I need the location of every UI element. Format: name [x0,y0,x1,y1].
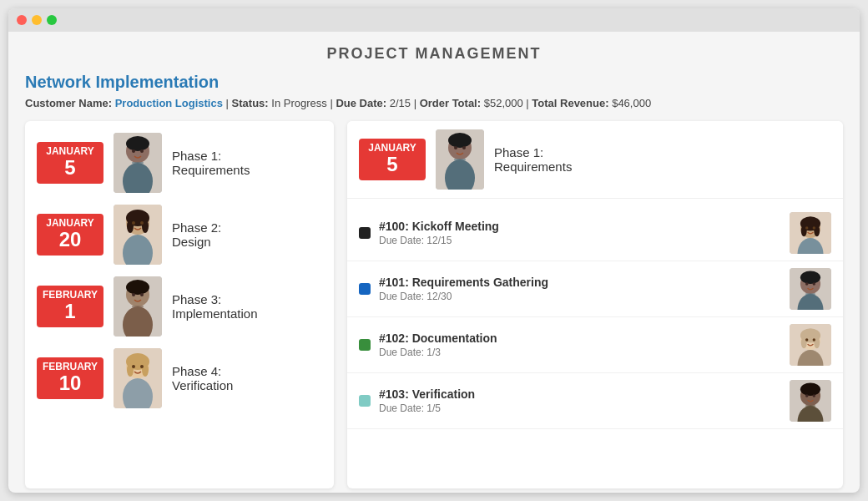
phase-name-1: Phase 1: Requirements [172,149,250,177]
task-color-102 [359,339,371,351]
task-due-102: Due Date: 1/3 [379,347,781,358]
selected-phase-name: Phase 1: Requirements [494,145,572,174]
order-total-value: $52,000 [484,97,523,109]
svg-point-29 [140,365,144,368]
task-title-101: #101: Requirements Gathering [379,276,781,289]
svg-point-25 [127,363,134,377]
selected-phase-badge: January 5 [359,139,426,180]
svg-point-58 [805,338,808,341]
phase-row-1[interactable]: January 5 Phase 1: Requirements [37,133,322,193]
task-title-103: #103: Verification [379,387,781,401]
svg-point-2 [126,136,149,151]
due-date-value: 2/15 [390,97,411,109]
main-content: PROJECT MANAGEMENT Network Implementatio… [8,32,860,493]
phase-name-2: Phase 2: Design [172,220,221,249]
title-bar [8,8,860,32]
task-color-103 [359,395,371,407]
phase-row-3[interactable]: February 1 Phase 3: Implementation [37,276,322,337]
task-item-101[interactable]: #101: Requirements Gathering Due Date: 1… [347,261,843,317]
svg-point-50 [813,282,815,285]
svg-point-35 [462,146,466,149]
app-window: PROJECT MANAGEMENT Network Implementatio… [8,8,860,493]
due-date-label: Due Date: [336,97,386,109]
svg-point-11 [142,220,149,233]
phase-avatar-2 [114,205,162,265]
phase-month-3: February [37,289,103,301]
project-title: Network Implementation [25,73,843,92]
customer-name[interactable]: Production Logistics [115,97,223,109]
task-info-103: #103: Verification Due Date: 1/5 [379,387,781,414]
minimize-button[interactable] [32,15,42,25]
phase-month-2: January [37,217,103,229]
task-avatar-103 [790,380,831,422]
status-value: In Progress [271,97,326,109]
separator1: | [226,97,232,109]
phase-month-1: January [37,145,103,157]
order-total-label: Order Total: [420,97,481,109]
svg-point-65 [813,394,815,397]
phase-avatar-1 [114,133,162,193]
task-due-101: Due Date: 12/30 [379,291,781,302]
phase-day-2: 20 [37,229,103,250]
maximize-button[interactable] [47,15,57,25]
svg-point-47 [800,271,820,284]
total-revenue-label: Total Revenue: [532,97,608,109]
task-info-101: #101: Requirements Gathering Due Date: 1… [379,276,781,302]
task-due-103: Due Date: 1/5 [379,402,781,414]
task-color-100 [359,227,371,239]
task-list: #100: Kickoff Meeting Due Date: 12/15 #1… [347,199,843,488]
svg-point-62 [800,382,820,396]
svg-point-43 [805,226,808,229]
svg-point-19 [132,293,135,296]
svg-point-10 [127,220,134,233]
page-title: PROJECT MANAGEMENT [25,45,843,63]
svg-point-26 [142,363,149,377]
close-button[interactable] [17,15,27,25]
right-panel: January 5 Phase 1: Requirements #100: Ki… [347,121,843,488]
svg-point-13 [132,221,135,225]
svg-rect-6 [132,162,144,164]
svg-rect-36 [454,159,466,160]
phase-avatar-4 [114,348,162,408]
phase-name-4: Phase 4: Verification [172,364,233,392]
separator3: | [414,97,420,109]
task-item-103[interactable]: #103: Verification Due Date: 1/5 [347,373,843,429]
phase-month-4: February [37,361,103,372]
customer-label: Customer Name: [25,97,112,109]
svg-point-32 [448,133,472,148]
phase-row-2[interactable]: January 20 Phase 2: Design [37,205,322,265]
svg-point-20 [140,293,144,296]
svg-rect-51 [805,293,815,295]
panels: January 5 Phase 1: Requirements January … [25,121,843,488]
svg-point-4 [132,149,135,153]
phase-day-1: 5 [37,157,103,179]
phase-avatar-3 [114,276,162,337]
svg-point-49 [805,282,808,285]
task-color-101 [359,283,371,295]
svg-point-64 [805,394,808,397]
task-avatar-102 [790,324,831,366]
svg-point-17 [126,280,149,295]
left-panel: January 5 Phase 1: Requirements January … [25,121,334,488]
task-avatar-100 [790,212,831,254]
phase-date-badge-3: February 1 [37,286,103,327]
svg-rect-21 [132,306,144,307]
task-item-100[interactable]: #100: Kickoff Meeting Due Date: 12/15 [347,205,843,261]
svg-point-44 [813,226,815,229]
task-item-102[interactable]: #102: Documentation Due Date: 1/3 [347,317,843,373]
phase-day-3: 1 [37,301,103,322]
phase-row-4[interactable]: February 10 Phase 4: Verification [37,348,322,408]
svg-point-5 [140,149,144,153]
svg-rect-66 [805,405,815,407]
task-title-102: #102: Documentation [379,331,781,345]
phase-day-4: 10 [37,372,103,394]
task-info-100: #100: Kickoff Meeting Due Date: 12/15 [379,220,781,246]
svg-point-34 [454,146,457,149]
task-title-100: #100: Kickoff Meeting [379,220,781,233]
status-label: Status: [232,97,269,109]
svg-point-14 [140,221,144,225]
phase-date-badge-2: January 20 [37,214,103,256]
selected-phase-avatar [436,129,484,190]
total-revenue-value: $46,000 [612,97,651,109]
svg-point-28 [132,365,135,368]
